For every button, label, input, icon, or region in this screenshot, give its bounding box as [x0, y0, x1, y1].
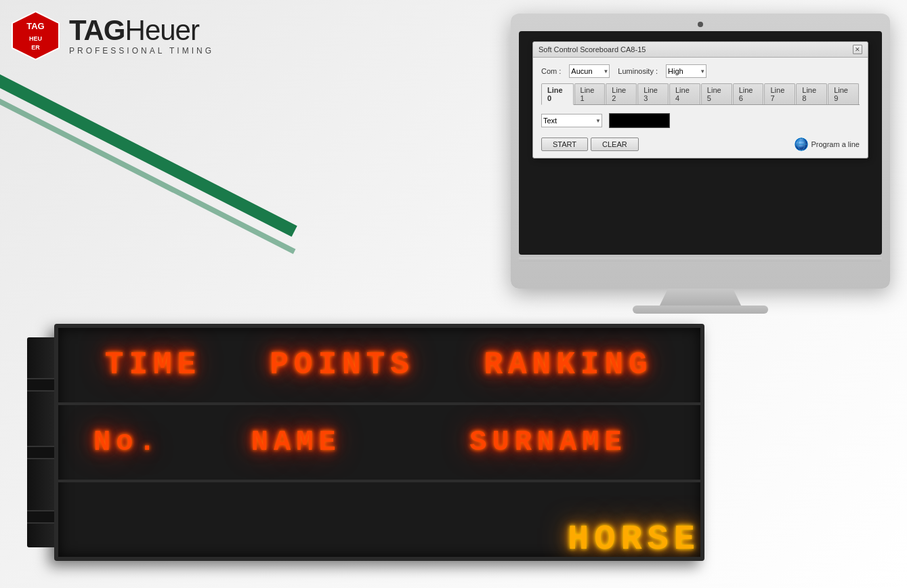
line-content-row: Text Time Date ▼ [541, 110, 860, 131]
led-section-surname: SURNAME [410, 426, 687, 459]
fin-notch-1 [27, 378, 54, 392]
led-section-name: NAME [186, 426, 407, 459]
dialog-titlebar: Soft Control Scoreboard CA8-15 ✕ [533, 42, 868, 58]
svg-text:TAG: TAG [26, 21, 44, 31]
brand-name: TAGHeuer [69, 16, 214, 45]
color-picker-box[interactable] [609, 113, 670, 128]
led-scoreboard: TIME POINTS RANKING No. NAME [27, 324, 880, 581]
program-line-label: Program a line [811, 140, 860, 148]
logo-area: TAG HEU ER TAGHeuer PROFESSIONAL TIMING [10, 10, 214, 61]
tab-line6[interactable]: Line 6 [733, 83, 764, 104]
dialog-close-button[interactable]: ✕ [853, 45, 862, 54]
led-section-no: No. [72, 426, 183, 459]
luminosity-select[interactable]: High Medium Low [666, 64, 706, 78]
led-section-ranking: RANKING [457, 348, 680, 383]
com-label: Com : [541, 67, 561, 75]
tab-line8[interactable]: Line 8 [796, 83, 827, 104]
monitor-base [633, 306, 768, 314]
screen-display: Soft Control Scoreboard CA8-15 ✕ Com : A… [519, 31, 882, 255]
start-button[interactable]: START [541, 138, 588, 151]
fin-notch-2 [27, 446, 54, 459]
svg-text:ER: ER [31, 44, 40, 51]
tab-line1[interactable]: Line 1 [574, 83, 606, 104]
svg-text:HEU: HEU [29, 35, 42, 42]
tab-line2[interactable]: Line 2 [606, 83, 637, 104]
screen-bottom-strip [519, 257, 882, 261]
monitor-stand [660, 289, 741, 306]
tab-line5[interactable]: Line 5 [701, 83, 732, 104]
board-fin-left [27, 337, 54, 547]
com-select[interactable]: Aucun COM1 COM2 COM3 [569, 64, 610, 78]
led-section-points: POINTS [230, 348, 454, 383]
fin-notch-3 [27, 510, 54, 524]
program-line-button[interactable]: Program a line [795, 138, 860, 151]
tab-line0[interactable]: Line 0 [541, 83, 574, 105]
brand-subtitle: PROFESSIONAL TIMING [69, 46, 214, 56]
settings-row: Com : Aucun COM1 COM2 COM3 ▼ Lumin [541, 64, 860, 78]
tab-line7[interactable]: Line 7 [764, 83, 795, 104]
clear-button[interactable]: CLEAR [591, 138, 639, 151]
text-type-select[interactable]: Text Time Date [541, 114, 602, 127]
action-buttons: START CLEAR [541, 138, 860, 151]
tab-line4[interactable]: Line 4 [669, 83, 700, 104]
led-display-board: TIME POINTS RANKING No. NAME [54, 324, 704, 561]
luminosity-label: Luminosity : [618, 67, 658, 75]
dialog-title: Soft Control Scoreboard CA8-15 [539, 45, 646, 54]
led-row-2: No. NAME SURNAME [58, 405, 700, 482]
imac-screen: Soft Control Scoreboard CA8-15 ✕ Com : A… [511, 14, 890, 289]
dialog-body: Com : Aucun COM1 COM2 COM3 ▼ Lumin [533, 58, 868, 158]
led-section-time: TIME [79, 348, 228, 383]
led-row-3: HORSE NAME [58, 482, 700, 557]
globe-icon [795, 138, 808, 151]
monitor-area: Soft Control Scoreboard CA8-15 ✕ Com : A… [507, 14, 893, 325]
com-select-wrapper: Aucun COM1 COM2 COM3 ▼ [569, 64, 610, 78]
brand-text: TAGHeuer PROFESSIONAL TIMING [69, 16, 214, 56]
tab-line3[interactable]: Line 3 [637, 83, 669, 104]
text-type-wrapper: Text Time Date ▼ [541, 114, 602, 127]
dialog-window: Soft Control Scoreboard CA8-15 ✕ Com : A… [532, 41, 868, 159]
tag-emblem-icon: TAG HEU ER [10, 10, 61, 61]
led-row-1: TIME POINTS RANKING [58, 328, 700, 405]
tab-line9[interactable]: Line 9 [828, 83, 859, 104]
line-tabs: Line 0 Line 1 Line 2 Line 3 Line 4 Line … [541, 83, 860, 105]
luminosity-select-wrapper: High Medium Low ▼ [666, 64, 706, 78]
